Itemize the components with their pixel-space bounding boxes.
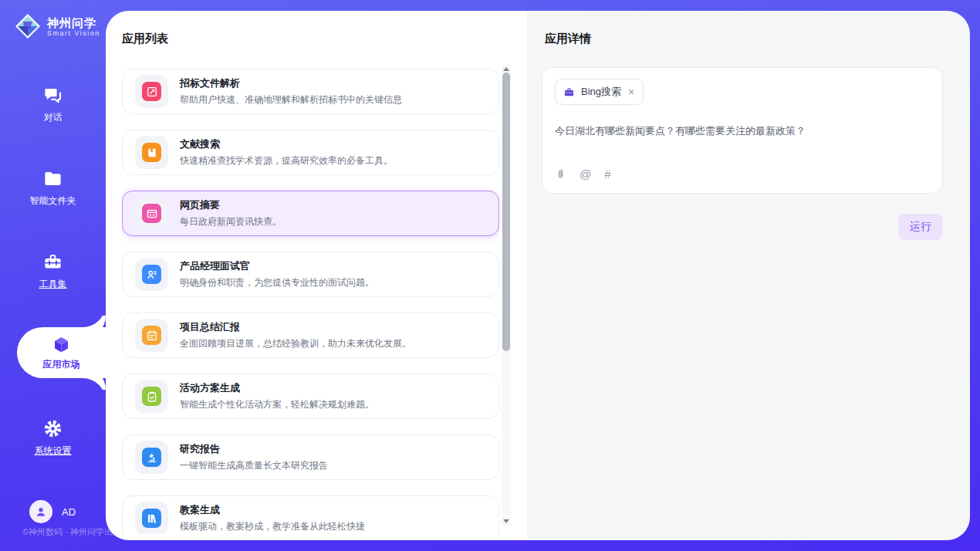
app-emblem bbox=[135, 197, 168, 230]
app-detail-title: 应用详情 bbox=[545, 32, 943, 46]
prompt-card[interactable]: Bing搜索 × 今日湖北有哪些新闻要点？有哪些需要关注的最新政策？ @ # bbox=[542, 67, 943, 194]
sidebar-item-label: 应用市场 bbox=[43, 358, 80, 371]
user-account[interactable]: AD bbox=[29, 500, 76, 523]
app-emblem bbox=[135, 319, 168, 352]
sidebar-item-settings[interactable]: 系统设置 bbox=[0, 418, 106, 458]
user-initials: AD bbox=[62, 506, 76, 518]
gear-icon bbox=[42, 418, 63, 439]
app-desc: 快速精准查找学术资源，提高研究效率的必备工具。 bbox=[180, 154, 393, 167]
app-title: 文献搜索 bbox=[180, 137, 393, 151]
app-emblem bbox=[135, 502, 168, 534]
browser-code-icon bbox=[146, 208, 158, 220]
app-title: 教案生成 bbox=[180, 503, 365, 517]
app-desc: 每日政府新闻资讯快查。 bbox=[180, 215, 282, 228]
app-card-pm-interviewer[interactable]: 产品经理面试官 明确身份和职责，为您提供专业性的面试问题。 bbox=[122, 252, 499, 297]
app-emblem bbox=[135, 441, 168, 474]
avatar bbox=[29, 500, 52, 523]
briefcase-icon bbox=[563, 86, 575, 98]
sidebar-item-label: 智能文件夹 bbox=[30, 194, 76, 208]
app-desc: 模板驱动，教案秒成，教学准备从此轻松快捷 bbox=[180, 520, 365, 533]
microscope-icon bbox=[146, 451, 158, 464]
brand: 神州问学 Smart Vision bbox=[0, 0, 106, 40]
app-desc: 全面回顾项目进展，总结经验教训，助力未来优化发展。 bbox=[180, 337, 411, 350]
app-emblem bbox=[135, 258, 168, 291]
sidebar: 神州问学 Smart Vision 对话 智能文件夹 工具集 应用市场 bbox=[0, 0, 106, 551]
books-icon bbox=[146, 512, 158, 525]
brand-name: 神州问学 bbox=[47, 16, 100, 29]
content-area: 应用列表 招标文件解析 帮助用户快速、准确地理解和解析招标书中的关键信息 bbox=[106, 11, 970, 540]
edit-doc-icon bbox=[146, 86, 158, 98]
chat-icon bbox=[42, 85, 63, 106]
app-title: 研究报告 bbox=[180, 442, 328, 456]
sidebar-item-label: 系统设置 bbox=[35, 445, 72, 458]
sidebar-item-app-market[interactable]: 应用市场 bbox=[17, 327, 106, 378]
sidebar-item-toolset[interactable]: 工具集 bbox=[0, 252, 106, 291]
sidebar-item-label: 对话 bbox=[44, 111, 63, 124]
app-emblem bbox=[135, 75, 168, 108]
brand-logo-icon bbox=[14, 12, 42, 40]
tool-tag-label: Bing搜索 bbox=[581, 85, 621, 99]
tool-tag-bing-search[interactable]: Bing搜索 × bbox=[555, 79, 644, 105]
sidebar-item-chat[interactable]: 对话 bbox=[0, 85, 106, 124]
clipboard-check-icon bbox=[146, 390, 158, 403]
app-card-literature-search[interactable]: 文献搜索 快速精准查找学术资源，提高研究效率的必备工具。 bbox=[122, 130, 499, 175]
app-emblem bbox=[135, 380, 168, 413]
app-desc: 明确身份和职责，为您提供专业性的面试问题。 bbox=[180, 276, 374, 289]
prompt-text[interactable]: 今日湖北有哪些新闻要点？有哪些需要关注的最新政策？ bbox=[555, 124, 930, 138]
app-desc: 帮助用户快速、准确地理解和解析招标书中的关键信息 bbox=[180, 93, 402, 106]
app-card-project-summary[interactable]: 项目总结汇报 全面回顾项目进展，总结经验教训，助力未来优化发展。 bbox=[122, 313, 499, 358]
app-card-bid-parsing[interactable]: 招标文件解析 帮助用户快速、准确地理解和解析招标书中的关键信息 bbox=[122, 69, 499, 114]
copyright-text: ©神州数码 · 神州问学出品 bbox=[22, 526, 121, 538]
app-detail-panel: 应用详情 Bing搜索 × 今日湖北有哪些新闻要点？有哪些需要关注的最新政策？ … bbox=[527, 11, 970, 540]
app-list-panel: 应用列表 招标文件解析 帮助用户快速、准确地理解和解析招标书中的关键信息 bbox=[106, 11, 527, 540]
app-title: 产品经理面试官 bbox=[180, 259, 374, 273]
app-list: 招标文件解析 帮助用户快速、准确地理解和解析招标书中的关键信息 文献搜索 快速精… bbox=[122, 69, 499, 534]
person-icon bbox=[34, 505, 48, 519]
app-desc: 一键智能生成高质量长文本研究报告 bbox=[180, 459, 328, 472]
app-card-web-summary[interactable]: 网页摘要 每日政府新闻资讯快查。 bbox=[122, 191, 499, 236]
book-icon bbox=[146, 147, 158, 159]
scroll-down-arrow-icon[interactable] bbox=[502, 516, 511, 526]
interviewer-icon bbox=[146, 269, 158, 281]
toolbox-icon bbox=[42, 252, 63, 272]
report-note-icon bbox=[146, 330, 158, 342]
app-card-research-report[interactable]: 研究报告 一键智能生成高质量长文本研究报告 bbox=[122, 434, 499, 480]
app-card-lesson-plan[interactable]: 教案生成 模板驱动，教案秒成，教学准备从此轻松快捷 bbox=[122, 495, 499, 534]
app-title: 活动方案生成 bbox=[180, 381, 374, 395]
folder-icon bbox=[42, 168, 63, 189]
app-emblem bbox=[135, 136, 168, 169]
list-scrollbar[interactable] bbox=[502, 64, 511, 526]
scrollbar-thumb[interactable] bbox=[502, 73, 510, 351]
attachment-toolbar: @ # bbox=[555, 167, 930, 184]
app-desc: 智能生成个性化活动方案，轻松解决规划难题。 bbox=[180, 398, 374, 411]
brand-tagline: Smart Vision bbox=[47, 29, 100, 37]
app-list-title: 应用列表 bbox=[122, 32, 499, 46]
sidebar-item-label: 工具集 bbox=[39, 278, 67, 291]
run-row: 运行 bbox=[542, 214, 943, 240]
app-card-event-plan[interactable]: 活动方案生成 智能生成个性化活动方案，轻松解决规划难题。 bbox=[122, 374, 499, 419]
paperclip-icon[interactable] bbox=[555, 168, 566, 180]
run-button[interactable]: 运行 bbox=[898, 214, 943, 240]
app-title: 项目总结汇报 bbox=[180, 320, 411, 334]
app-title: 网页摘要 bbox=[180, 198, 282, 212]
close-icon[interactable]: × bbox=[627, 86, 635, 97]
cube-icon bbox=[51, 334, 72, 355]
hash-tag-icon[interactable]: # bbox=[604, 167, 610, 181]
sidebar-item-smart-folder[interactable]: 智能文件夹 bbox=[0, 168, 106, 208]
app-title: 招标文件解析 bbox=[180, 76, 402, 90]
at-mention-icon[interactable]: @ bbox=[580, 167, 591, 181]
